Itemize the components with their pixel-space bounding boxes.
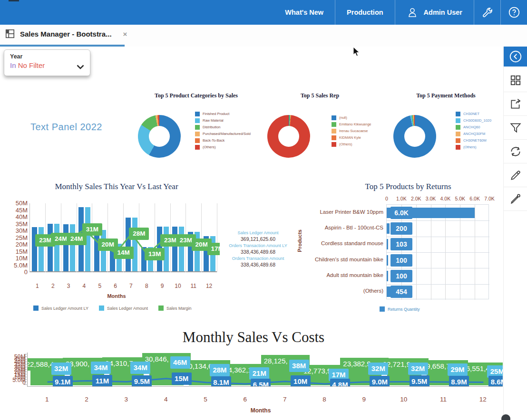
corner-widget[interactable]	[501, 414, 510, 420]
toolbar-collapse-button[interactable]	[504, 47, 527, 67]
donut-chart[interactable]	[138, 115, 181, 158]
legend-label: CH30D60D_1020	[463, 118, 491, 123]
chart-legend: CH30NETCH30D60D_1020ANCHQ60ANCHQ30FMCH30…	[456, 111, 491, 150]
legend-item: Sales Margin	[158, 305, 192, 311]
top-left-artifact	[9, 0, 19, 1]
kpi-label: Orders Transaction Amount LY	[216, 243, 300, 248]
x-axis-tick: 9	[358, 396, 370, 403]
kpi-value: 338,436,489.68	[216, 262, 300, 267]
legend-label: Purchased/Manufactured/Sold	[203, 132, 251, 136]
data-label-orders: 28M	[210, 364, 230, 376]
y-axis-tick: 20M	[13, 241, 28, 248]
x-axis-label: Months	[232, 407, 289, 414]
y-axis-tick: 50M	[13, 200, 28, 207]
kpi-value: 369,121,625.60	[216, 236, 300, 242]
legend-label: KIDMAN Kyle	[339, 135, 361, 140]
legend-item: Distribution	[195, 124, 251, 130]
hbar-returns[interactable]	[387, 239, 388, 249]
hbar-returns[interactable]	[387, 223, 390, 234]
year-filter-card[interactable]: Year In No Filter	[4, 49, 90, 76]
chart-legend: (null)Emiliano KikwuangeIrenau Sucacaese…	[332, 115, 371, 147]
donut-chart[interactable]	[267, 115, 310, 158]
user-name-label: Admin User	[424, 9, 462, 16]
data-label-orders: 34M	[130, 362, 150, 374]
nav-user-menu[interactable]: Admin User	[395, 0, 474, 25]
chevron-down-icon[interactable]	[77, 63, 84, 72]
legend-item: CH30D60D_1020	[456, 118, 491, 123]
x-axis-tick: 11	[438, 396, 449, 403]
data-label-costs: 10M	[291, 375, 311, 387]
legend-item: Returns Quantity	[380, 306, 420, 312]
legend-swatch	[99, 305, 104, 311]
admin-tools-button[interactable]	[474, 0, 500, 25]
x-axis-tick: 12	[205, 283, 214, 289]
legend-item: KIDMAN Kyle	[332, 135, 371, 140]
legend-swatch	[195, 125, 200, 130]
legend-swatch	[332, 129, 336, 134]
y-axis-tick: 40M	[13, 213, 28, 220]
nav-production[interactable]: Production	[335, 0, 395, 25]
toolbar-edit-button[interactable]	[504, 163, 527, 187]
axis-tick-mark	[24, 384, 27, 385]
axis-tick-mark	[24, 382, 27, 382]
chart-title: Top 5 Products by Returns	[295, 182, 504, 191]
toolbar-layouts-button[interactable]	[504, 68, 527, 92]
donut-chart[interactable]	[393, 115, 436, 158]
chart-legend: Finished ProductRaw MaterialDistribution…	[195, 111, 251, 150]
filter-label: Year	[10, 53, 84, 60]
toolbar-annotate-button[interactable]	[504, 187, 527, 211]
x-axis-tick: 8	[319, 396, 330, 403]
x-axis-label: Months	[13, 293, 220, 299]
toolbar-filter-button[interactable]	[504, 116, 527, 140]
legend-swatch	[456, 138, 460, 143]
chart-monthly-sales-yoy[interactable]: Monthly Sales This Year Vs Last Year 50M…	[13, 182, 220, 321]
tab-bar: Sales Manager - Bootstra... ×	[0, 25, 527, 47]
wrench-icon	[481, 7, 493, 19]
chart-top5-products-returns[interactable]: Top 5 Products by Returns Products 01.0K…	[295, 182, 504, 321]
legend-label: Irenau Sucacaese	[339, 129, 368, 133]
hbar-returns[interactable]	[387, 255, 388, 266]
x-axis-tick: 5	[200, 396, 211, 403]
filter-icon	[509, 122, 522, 134]
data-label-returns: 100	[390, 254, 412, 267]
legend-label: Emiliano Kikwuange	[339, 122, 371, 126]
donut-hole	[149, 126, 170, 147]
x-axis-tick: 4	[79, 283, 89, 289]
collapse-icon	[508, 49, 523, 64]
help-icon	[508, 6, 520, 19]
legend-label: (Others)	[339, 142, 352, 146]
data-label-returns: 103	[390, 238, 412, 250]
x-axis-tick: 6	[239, 396, 251, 403]
data-label-sales-margin: 14M	[114, 247, 134, 259]
toolbar-share-button[interactable]	[504, 92, 527, 116]
x-axis-tick: 1	[41, 396, 53, 403]
y-axis-tick: 5.0M	[13, 262, 28, 269]
help-button[interactable]	[500, 0, 527, 25]
tab-sales-manager[interactable]: Sales Manager - Bootstra... ×	[5, 29, 127, 39]
legend-swatch	[195, 118, 200, 123]
legend-swatch	[456, 118, 460, 123]
x-axis-tick: 3.0K	[423, 196, 439, 201]
y-axis-tick: 0	[22, 379, 26, 386]
legend-item: ANCHQ30FM	[456, 131, 491, 136]
legend-item: Emiliano Kikwuange	[332, 122, 371, 127]
nav-whats-new[interactable]: What's New	[273, 0, 335, 25]
share-icon	[509, 98, 522, 110]
legend-swatch	[195, 112, 200, 116]
plot-area: 23M24M24M31M20M14M28M13M23M23M20M17M	[29, 203, 217, 272]
tab-close-icon[interactable]: ×	[123, 30, 127, 38]
data-label-costs: 11M	[92, 375, 112, 387]
gridline	[387, 252, 489, 253]
x-axis-tick: 6.0K	[467, 196, 483, 201]
hbar-returns[interactable]	[387, 271, 388, 281]
legend-swatch	[158, 305, 164, 311]
x-axis-tick: 0	[379, 196, 395, 201]
legend-label: CH30NET60M	[463, 138, 487, 143]
legend-item: Back-To-Back	[195, 138, 251, 143]
y-axis-tick: 15M	[13, 248, 28, 255]
chart-title: Top 5 Product Categories by Sales	[136, 92, 257, 99]
legend-label: Sales Margin	[166, 306, 192, 311]
toolbar-refresh-button[interactable]	[504, 140, 527, 163]
legend-swatch	[195, 145, 200, 150]
chart-monthly-sales-vs-costs[interactable]: Monthly Sales Vs Costs 50M45M40M35M30M25…	[0, 328, 507, 420]
